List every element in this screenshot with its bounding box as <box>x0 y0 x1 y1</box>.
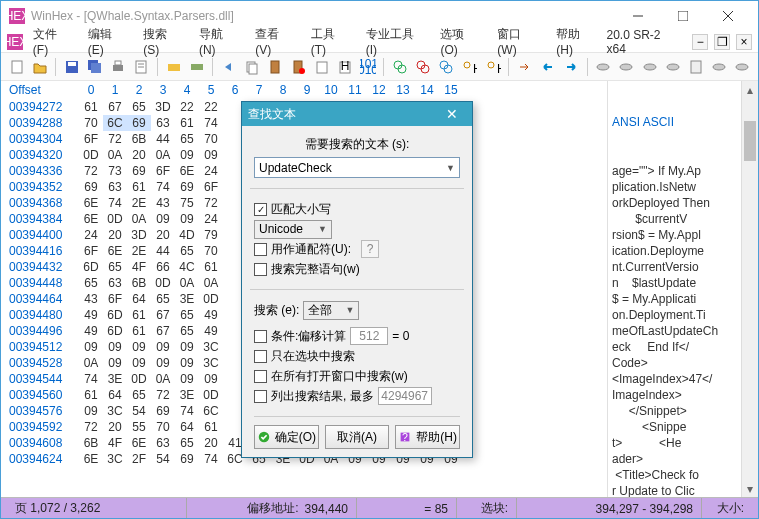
byte-cell[interactable]: 65 <box>175 243 199 259</box>
byte-cell[interactable]: 22 <box>175 99 199 115</box>
byte-cell[interactable]: 61 <box>199 419 223 435</box>
menu-help[interactable]: 帮助(H) <box>550 24 602 59</box>
minimize-button[interactable] <box>615 2 660 30</box>
new-icon[interactable] <box>7 57 26 77</box>
byte-cell[interactable]: 24 <box>199 163 223 179</box>
byte-cell[interactable]: 4D <box>175 227 199 243</box>
dialog-titlebar[interactable]: 查找文本 ✕ <box>242 102 472 126</box>
ascii-row[interactable]: rsion$ = My.Appl <box>612 227 737 243</box>
byte-cell[interactable]: 63 <box>103 179 127 195</box>
byte-cell[interactable]: 20 <box>151 227 175 243</box>
byte-cell[interactable]: 6F <box>199 179 223 195</box>
byte-cell[interactable]: 69 <box>79 179 103 195</box>
menu-protools[interactable]: 专业工具(I) <box>360 24 431 59</box>
byte-cell[interactable]: 0A <box>127 211 151 227</box>
byte-cell[interactable]: 49 <box>79 307 103 323</box>
undo-icon[interactable] <box>219 57 238 77</box>
byte-cell[interactable]: 54 <box>127 403 151 419</box>
dialog-close-icon[interactable]: ✕ <box>438 106 466 122</box>
byte-cell[interactable]: 3C <box>103 403 127 419</box>
byte-cell[interactable]: 09 <box>103 339 127 355</box>
byte-cell[interactable]: 6C <box>103 115 127 131</box>
properties-icon[interactable] <box>132 57 151 77</box>
byte-cell[interactable]: 55 <box>127 419 151 435</box>
byte-cell[interactable]: 0A <box>175 275 199 291</box>
byte-cell[interactable]: 4C <box>175 259 199 275</box>
ascii-row[interactable]: Code> <box>612 355 737 371</box>
ascii-row[interactable]: $ = My.Applicati <box>612 291 737 307</box>
byte-cell[interactable]: 0A <box>199 275 223 291</box>
byte-cell[interactable]: 44 <box>151 243 175 259</box>
ascii-row[interactable]: <ImageIndex>47</ <box>612 371 737 387</box>
byte-cell[interactable]: 09 <box>103 355 127 371</box>
byte-cell[interactable]: 0D <box>103 211 127 227</box>
byte-cell[interactable]: 3D <box>151 99 175 115</box>
byte-cell[interactable]: 6E <box>103 243 127 259</box>
ascii-row[interactable]: nt.CurrentVersio <box>612 259 737 275</box>
forward-icon[interactable] <box>562 57 581 77</box>
findtext-icon[interactable] <box>437 57 456 77</box>
byte-cell[interactable]: 0D <box>127 371 151 387</box>
byte-cell[interactable]: 67 <box>103 99 127 115</box>
byte-cell[interactable]: 09 <box>127 339 151 355</box>
byte-cell[interactable]: 09 <box>175 211 199 227</box>
byte-cell[interactable]: 44 <box>151 131 175 147</box>
byte-cell[interactable]: 6D <box>79 259 103 275</box>
byte-cell[interactable]: 43 <box>79 291 103 307</box>
chevron-down-icon[interactable]: ▼ <box>345 305 354 315</box>
ascii-row[interactable]: ader> <box>612 451 737 467</box>
byte-cell[interactable]: 74 <box>175 403 199 419</box>
byte-cell[interactable]: 61 <box>127 307 151 323</box>
maximize-button[interactable] <box>660 2 705 30</box>
byte-cell[interactable]: 3C <box>199 355 223 371</box>
byte-cell[interactable]: 65 <box>127 387 151 403</box>
byte-cell[interactable]: 24 <box>79 227 103 243</box>
mdi-minimize[interactable]: − <box>692 34 708 50</box>
byte-cell[interactable]: 6D <box>103 307 127 323</box>
findnext-icon[interactable]: H <box>460 57 479 77</box>
byte-cell[interactable]: 3D <box>127 227 151 243</box>
byte-cell[interactable]: 74 <box>199 115 223 131</box>
ascii-row[interactable]: n $lastUpdate <box>612 275 737 291</box>
saveall-icon[interactable] <box>85 57 104 77</box>
disk6-icon[interactable] <box>733 57 752 77</box>
byte-cell[interactable]: 2E <box>127 195 151 211</box>
byte-cell[interactable]: 72 <box>103 131 127 147</box>
byte-cell[interactable]: 72 <box>199 195 223 211</box>
ascii-row[interactable]: ication.Deployme <box>612 243 737 259</box>
menu-tools[interactable]: 工具(T) <box>305 24 356 59</box>
ascii-row[interactable]: ImageIndex> <box>612 387 737 403</box>
ascii-row[interactable]: t> <He <box>612 435 737 451</box>
byte-cell[interactable]: 09 <box>151 355 175 371</box>
menu-search[interactable]: 搜索(S) <box>137 24 189 59</box>
byte-cell[interactable]: 20 <box>103 227 127 243</box>
wildcard-char-button[interactable]: ? <box>361 240 379 258</box>
byte-cell[interactable]: 4F <box>103 435 127 451</box>
whole-words-checkbox[interactable] <box>254 263 267 276</box>
menu-options[interactable]: 选项(O) <box>434 24 487 59</box>
encoding-select[interactable]: Unicode▼ <box>254 220 332 239</box>
byte-cell[interactable]: 0A <box>103 147 127 163</box>
ascii-row[interactable]: $currentV <box>612 211 737 227</box>
menu-window[interactable]: 窗口(W) <box>491 24 546 59</box>
byte-cell[interactable]: 3E <box>175 387 199 403</box>
byte-cell[interactable]: 09 <box>79 403 103 419</box>
byte-cell[interactable]: 61 <box>175 115 199 131</box>
byte-cell[interactable]: 6E <box>127 435 151 451</box>
sel-only-checkbox[interactable] <box>254 350 267 363</box>
byte-cell[interactable]: 61 <box>127 323 151 339</box>
menu-edit[interactable]: 编辑(E) <box>82 24 134 59</box>
search-dir-select[interactable]: 全部▼ <box>303 301 359 320</box>
byte-cell[interactable]: 43 <box>151 195 175 211</box>
byte-cell[interactable]: 22 <box>199 99 223 115</box>
byte-cell[interactable]: 65 <box>175 323 199 339</box>
save-icon[interactable] <box>62 57 81 77</box>
byte-cell[interactable]: 3C <box>103 451 127 467</box>
byte-cell[interactable]: 6C <box>199 403 223 419</box>
byte-cell[interactable]: 61 <box>79 99 103 115</box>
byte-cell[interactable]: 70 <box>199 243 223 259</box>
byte-cell[interactable]: 09 <box>199 147 223 163</box>
goto-icon[interactable] <box>515 57 534 77</box>
byte-cell[interactable]: 65 <box>175 435 199 451</box>
ascii-row[interactable]: eck End If</ <box>612 339 737 355</box>
